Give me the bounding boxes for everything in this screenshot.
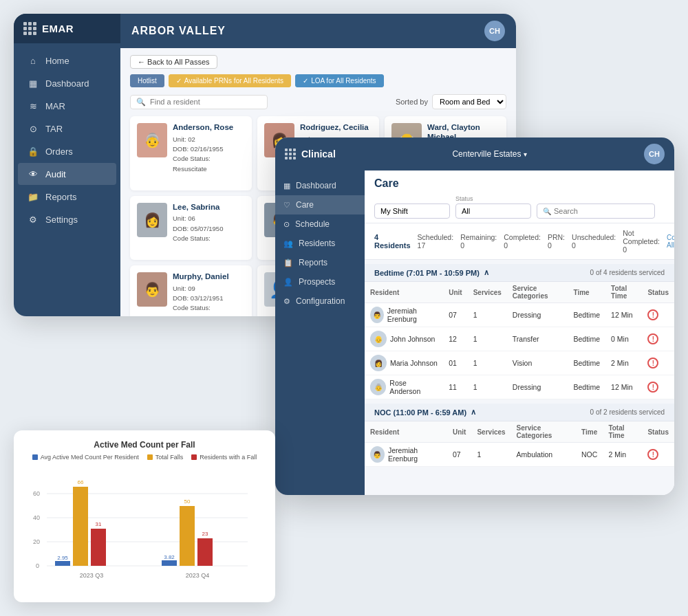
clinical-topbar: Clinical Centerville Estates ▾ CH [275, 138, 674, 170]
legend-label-residents-fall: Residents with a Fall [200, 454, 257, 461]
table-row[interactable]: 👩Maria Johnson 01 1 Vision Bedtime 2 Min… [365, 351, 674, 375]
sidebar-item-reports-label: Reports [45, 192, 77, 202]
legend-dot-avg-med [32, 454, 38, 460]
resident-avatar-lee: 👩 [137, 203, 167, 237]
resident-dob-murphy: DOB: 03/12/1951 [173, 294, 245, 303]
col-total-time: Total Time [605, 282, 642, 303]
emar-topbar: ARBOR VALLEY CH [120, 14, 516, 48]
clinical-nav-dashboard-label: Dashboard [296, 181, 336, 190]
chevron-up-icon: ∧ [484, 268, 489, 277]
sidebar-item-dashboard[interactable]: ▦ Dashboard [18, 72, 116, 94]
sort-row: Sorted by Room and Bed [396, 94, 506, 109]
legend-label-total-falls: Total Falls [155, 454, 184, 461]
sidebar-item-mar[interactable]: ≋ MAR [18, 95, 116, 117]
sidebar-item-audit[interactable]: 👁 Audit [18, 163, 116, 185]
table-row[interactable]: 👵Rose Anderson 11 1 Dressing Bedtime 12 … [365, 375, 674, 399]
table-row[interactable]: 👨Jeremiah Erenburg 07 1 Ambulation NOC 2… [365, 443, 674, 467]
sidebar-item-orders-label: Orders [45, 146, 73, 157]
sidebar-item-tar[interactable]: ⊙ TAR [18, 118, 116, 140]
clinical-user-avatar[interactable]: CH [644, 144, 665, 164]
emar-user-avatar[interactable]: CH [484, 21, 505, 41]
clinical-main-content: Care My Shift Status All 🔍 [365, 170, 674, 495]
noc-shift-header: NOC (11:00 PM - 6:59 AM) ∧ 0 of 2 reside… [365, 404, 674, 421]
table-row[interactable]: 👴John Johnson 12 1 Transfer Bedtime 0 Mi… [365, 327, 674, 351]
dashboard-nav-icon: ▦ [283, 182, 290, 190]
svg-text:2.95: 2.95 [57, 555, 68, 561]
clinical-location-name: Centerville Estates [452, 149, 521, 159]
shift-select[interactable]: My Shift [374, 204, 450, 219]
emar-facility-name: ARBOR VALLEY [131, 25, 226, 37]
sort-select[interactable]: Room and Bed [432, 94, 506, 109]
svg-text:20: 20 [33, 538, 40, 545]
bar-q4-total-falls [180, 506, 195, 566]
hotlist-tab[interactable]: Hotlist [130, 74, 164, 87]
bar-q3-avg-med [55, 561, 70, 566]
chart-title: Active Med Count per Fall [25, 440, 264, 450]
home-icon: ⌂ [28, 55, 39, 66]
sidebar-item-home[interactable]: ⌂ Home [18, 50, 116, 72]
noc-shift-title: NOC (11:00 PM - 6:59 AM) ∧ [374, 408, 476, 417]
sidebar-item-settings[interactable]: ⚙ Settings [18, 208, 116, 230]
bedtime-serviced-count: 0 of 4 residents serviced [590, 269, 665, 276]
sidebar-item-reports[interactable]: 📁 Reports [18, 186, 116, 208]
chart-x-label-q4: 2023 Q4 [186, 572, 210, 579]
col-unit: Unit [447, 421, 471, 443]
back-all-passes-button[interactable]: ← Back to All Passes [130, 55, 217, 69]
app-brand: EMAR [42, 23, 74, 34]
clinical-nav-prospects[interactable]: 👤 Prospects [275, 272, 365, 292]
resident-code-murphy: Code Status: [173, 303, 245, 313]
clinical-nav-dashboard[interactable]: ▦ Dashboard [275, 176, 365, 195]
resident-search-input[interactable] [150, 98, 261, 106]
clinical-nav-care-label: Care [296, 200, 314, 210]
resident-code-anderson: Code Status: Resuscitate [173, 154, 245, 174]
table-row[interactable]: 👨Jeremiah Erenburg 07 1 Dressing Bedtime… [365, 303, 674, 327]
sidebar-item-settings-label: Settings [45, 214, 78, 225]
resident-unit-anderson: Unit: 02 [173, 135, 245, 144]
resident-card-lee[interactable]: 👩 Lee, Sabrina Unit: 06 DOB: 05/07/1950 … [130, 196, 252, 260]
status-select-label: Status [455, 195, 531, 202]
svg-text:0: 0 [36, 562, 39, 569]
chart-area: 0 20 40 60 2.95 66 31 3.82 [25, 466, 264, 569]
loa-tab[interactable]: ✓ LOA for All Residents [295, 74, 384, 87]
resident-search-box[interactable]: 🔍 [130, 95, 268, 109]
chart-svg: 0 20 40 60 2.95 66 31 3.82 [25, 466, 264, 569]
clinical-brand: Clinical [285, 148, 336, 160]
sidebar-nav: ⌂ Home ▦ Dashboard ≋ MAR ⊙ TAR 🔒 Orde [14, 43, 120, 316]
config-nav-icon: ⚙ [283, 297, 290, 306]
clinical-nav-residents[interactable]: 👥 Residents [275, 234, 365, 253]
clinical-nav-care[interactable]: ♡ Care [275, 195, 365, 214]
summary-not-completed: Not Completed: 0 [623, 229, 660, 254]
resident-unit-lee: Unit: 06 [173, 214, 245, 223]
status-select[interactable]: All [455, 204, 531, 219]
search-icon: 🔍 [136, 98, 146, 107]
clinical-nav-configuration[interactable]: ⚙ Configuration [275, 292, 365, 311]
bar-q3-total-falls [73, 487, 88, 566]
chart-x-label-q3: 2023 Q3 [80, 572, 104, 579]
chart-panel: Active Med Count per Fall Avg Active Med… [14, 430, 275, 602]
chart-x-labels: 2023 Q3 2023 Q4 [25, 572, 264, 579]
col-unit: Unit [443, 282, 467, 303]
care-search-box[interactable]: 🔍 [537, 204, 655, 219]
resident-name-rodriguez: Rodriguez, Cecilia [300, 123, 372, 133]
available-prns-tab[interactable]: ✓ Available PRNs for All Residents [169, 74, 291, 87]
shift-select-wrap: My Shift [374, 204, 450, 219]
resident-info-anderson: Anderson, Rose Unit: 02 DOB: 02/16/1955 … [173, 123, 245, 174]
care-search-input[interactable] [554, 207, 649, 215]
collapse-all-button[interactable]: Collapse All [667, 234, 674, 249]
col-status: Status [642, 421, 674, 443]
care-nav-icon: ♡ [283, 201, 290, 210]
svg-text:3.82: 3.82 [164, 554, 175, 560]
summary-residents-count: 4 Residents [374, 233, 411, 250]
clinical-nav-schedule[interactable]: ⊙ Schedule [275, 214, 365, 234]
resident-card-murphy[interactable]: 👨 Murphy, Daniel Unit: 09 DOB: 03/12/195… [130, 265, 252, 316]
reports-nav-icon: 📋 [283, 258, 293, 267]
status-badge: ! [647, 358, 658, 368]
app-grid-icon [23, 22, 36, 35]
col-services: Services [471, 421, 510, 443]
loa-icon: ✓ [303, 77, 308, 85]
resident-card-anderson[interactable]: 👵 Anderson, Rose Unit: 02 DOB: 02/16/195… [130, 116, 252, 190]
sidebar-item-orders[interactable]: 🔒 Orders [18, 140, 116, 162]
avatar: 👨 [370, 307, 384, 323]
clinical-nav-reports[interactable]: 📋 Reports [275, 253, 365, 272]
mar-icon: ≋ [28, 100, 39, 111]
